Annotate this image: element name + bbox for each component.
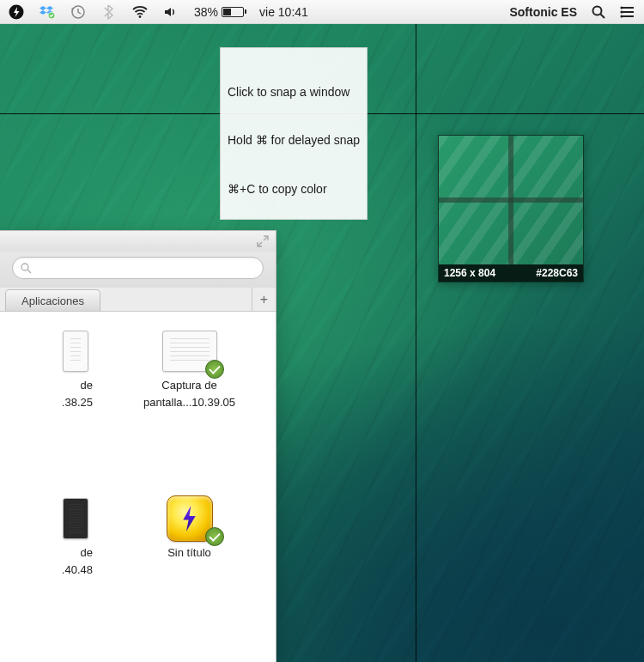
notification-center-icon[interactable]: [620, 4, 635, 20]
tab-aplicaciones[interactable]: Aplicaciones: [5, 289, 100, 311]
finder-window[interactable]: Aplicaciones + de .38.25 Captura de pant…: [0, 230, 276, 662]
app-bolt-icon[interactable]: [9, 4, 24, 20]
file-name: .40.48: [62, 563, 93, 577]
clock[interactable]: vie 10:41: [259, 5, 308, 19]
menubar: 38% vie 10:41 Softonic ES: [0, 0, 644, 24]
fullscreen-icon[interactable]: [257, 235, 269, 247]
sync-ok-badge-icon: [205, 360, 224, 379]
screenshot-thumb-icon: [63, 498, 88, 539]
battery-pct: 38%: [194, 5, 218, 19]
file-name: Sin título: [167, 546, 211, 560]
tooltip-line: ⌘+C to copy color: [228, 181, 360, 197]
tab-add-button[interactable]: +: [252, 288, 276, 311]
finder-titlebar[interactable]: [0, 231, 276, 252]
screenshot-thumb-icon: [63, 331, 88, 372]
tooltip-line: Click to snap a window: [228, 84, 360, 100]
bluetooth-icon[interactable]: [101, 4, 117, 20]
svg-point-12: [620, 15, 623, 17]
file-name: Captura de: [161, 379, 216, 392]
finder-file-grid: de .38.25 Captura de pantalla...10.39.05…: [0, 312, 276, 662]
magnifier-preview: [439, 136, 583, 264]
crosshair-vertical: [416, 24, 416, 662]
battery-status[interactable]: 38%: [194, 5, 244, 19]
magnifier-coords: 1256 x 804: [444, 267, 495, 279]
wifi-icon[interactable]: [132, 4, 148, 20]
spotlight-icon[interactable]: [591, 4, 606, 20]
snap-tooltip: Click to snap a window Hold ⌘ for delaye…: [220, 47, 368, 220]
file-name: de: [81, 379, 93, 392]
file-name: pantalla...10.39.05: [143, 396, 235, 410]
file-item[interactable]: Sin título: [110, 495, 269, 647]
file-item[interactable]: de .40.48: [7, 495, 93, 647]
svg-line-14: [27, 270, 31, 273]
file-name: de: [81, 546, 93, 560]
finder-tabs: Aplicaciones +: [0, 288, 276, 312]
finder-search[interactable]: [12, 257, 264, 279]
file-item[interactable]: Captura de pantalla...10.39.05: [110, 327, 269, 479]
bolt-icon: [182, 506, 197, 531]
active-app-name[interactable]: Softonic ES: [509, 5, 577, 19]
search-input[interactable]: [35, 262, 256, 275]
magnifier-color: #228C63: [536, 267, 578, 279]
svg-point-4: [139, 15, 142, 18]
volume-icon[interactable]: [163, 4, 179, 20]
finder-toolbar: [0, 252, 276, 288]
svg-point-13: [21, 264, 28, 270]
timemachine-icon[interactable]: [70, 4, 86, 20]
sync-ok-badge-icon: [205, 527, 224, 546]
search-icon: [20, 262, 32, 274]
tooltip-line: Hold ⌘ for delayed snap: [228, 132, 360, 149]
file-item[interactable]: de .38.25: [7, 327, 93, 479]
svg-line-6: [601, 14, 605, 18]
svg-point-11: [620, 10, 623, 13]
dropbox-icon[interactable]: [39, 4, 55, 20]
svg-point-5: [593, 6, 602, 15]
battery-icon: [222, 7, 244, 17]
svg-point-10: [620, 6, 623, 9]
magnifier-info-bar: 1256 x 804 #228C63: [439, 264, 583, 282]
color-magnifier: 1256 x 804 #228C63: [438, 135, 584, 282]
file-name: .38.25: [62, 396, 93, 410]
